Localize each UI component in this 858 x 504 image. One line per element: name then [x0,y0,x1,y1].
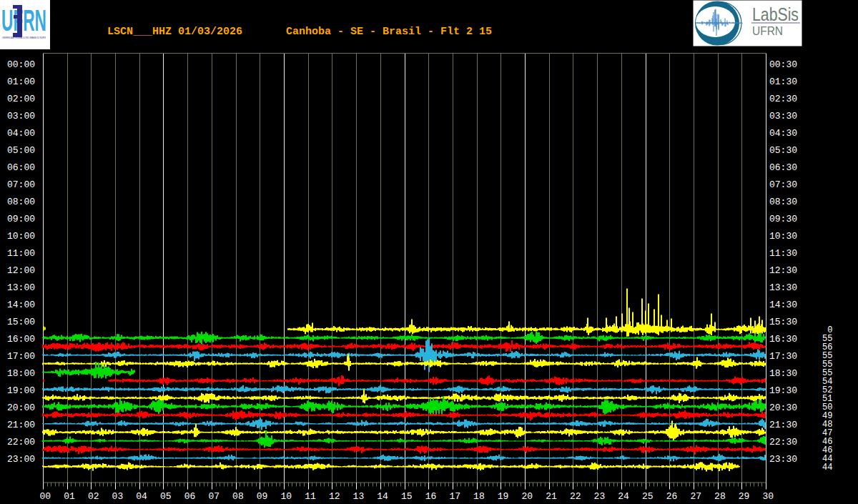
svg-text:08: 08 [232,491,244,502]
svg-text:29: 29 [739,491,750,502]
svg-text:17:30: 17:30 [769,351,797,362]
svg-text:05:00: 05:00 [7,145,35,156]
svg-text:04:30: 04:30 [769,128,797,139]
svg-text:LabSis: LabSis [752,4,799,24]
svg-text:15: 15 [401,491,413,502]
svg-text:04: 04 [136,491,147,502]
svg-text:07:30: 07:30 [769,179,797,190]
svg-text:25: 25 [642,491,654,502]
svg-text:08:30: 08:30 [769,197,797,207]
svg-text:01: 01 [64,491,75,502]
svg-text:12:00: 12:00 [7,265,35,276]
svg-text:20:00: 20:00 [7,402,35,413]
svg-text:08:00: 08:00 [7,197,35,207]
svg-text:22: 22 [570,491,581,502]
svg-text:17:00: 17:00 [7,351,35,362]
svg-text:05: 05 [160,491,172,502]
svg-text:06: 06 [184,491,196,502]
svg-text:01:00: 01:00 [7,76,35,87]
svg-text:05:30: 05:30 [769,145,797,156]
svg-text:03:30: 03:30 [769,111,797,122]
svg-text:26: 26 [666,491,678,502]
svg-text:04:00: 04:00 [7,128,35,139]
svg-text:15:30: 15:30 [769,317,797,327]
svg-text:10:00: 10:00 [7,231,35,242]
svg-text:20:30: 20:30 [769,402,797,413]
svg-text:06:30: 06:30 [769,162,797,173]
svg-text:09: 09 [257,491,268,502]
svg-text:27: 27 [690,491,701,502]
svg-text:17: 17 [449,491,460,502]
svg-text:44: 44 [822,463,832,473]
svg-text:11:30: 11:30 [769,248,797,259]
svg-text:21:30: 21:30 [769,420,797,430]
svg-text:UFRN: UFRN [1,4,46,37]
svg-text:19: 19 [498,491,509,502]
svg-text:14: 14 [377,491,388,502]
svg-text:19:00: 19:00 [7,385,35,396]
svg-text:00:00: 00:00 [7,59,35,70]
svg-text:23:30: 23:30 [769,454,797,465]
svg-text:10: 10 [280,491,292,502]
svg-text:03:00: 03:00 [7,111,35,122]
svg-text:28: 28 [714,491,726,502]
svg-text:23:00: 23:00 [7,454,35,465]
svg-text:22:00: 22:00 [7,437,35,448]
svg-text:13: 13 [353,491,365,502]
svg-text:16:30: 16:30 [769,334,797,345]
svg-text:09:00: 09:00 [7,214,35,224]
svg-text:02:30: 02:30 [769,94,797,104]
svg-text:07:00: 07:00 [7,179,35,190]
svg-text:22:30: 22:30 [769,437,797,448]
svg-text:18: 18 [473,491,485,502]
svg-text:01:30: 01:30 [769,76,797,87]
svg-text:03: 03 [112,491,124,502]
svg-text:12: 12 [329,491,340,502]
svg-text:16: 16 [425,491,437,502]
svg-text:LSCN___HHZ 01/03/2026: LSCN___HHZ 01/03/2026 [107,26,242,38]
svg-text:23: 23 [594,491,606,502]
svg-text:14:00: 14:00 [7,300,35,310]
svg-text:11:00: 11:00 [7,248,35,259]
svg-text:UFRN: UFRN [752,24,783,38]
svg-text:02: 02 [88,491,99,502]
svg-text:24: 24 [618,491,629,502]
svg-text:00: 00 [39,491,51,502]
svg-text:15:00: 15:00 [7,317,35,327]
svg-text:20: 20 [521,491,533,502]
svg-text:18:00: 18:00 [7,368,35,379]
svg-text:18:30: 18:30 [769,368,797,379]
svg-text:11: 11 [305,491,316,502]
svg-text:09:30: 09:30 [769,214,797,224]
svg-text:19:30: 19:30 [769,385,797,396]
svg-text:21: 21 [546,491,557,502]
svg-text:16:00: 16:00 [7,334,35,345]
svg-text:13:00: 13:00 [7,282,35,293]
svg-text:02:00: 02:00 [7,94,35,104]
svg-text:14:30: 14:30 [769,300,797,310]
svg-text:Canhoba - SE - Brasil - Flt 2: Canhoba - SE - Brasil - Flt 2 15 [286,26,492,38]
svg-text:13:30: 13:30 [769,282,797,293]
svg-text:10:30: 10:30 [769,231,797,242]
svg-text:07: 07 [208,491,220,502]
svg-text:30: 30 [762,491,774,502]
svg-text:21:00: 21:00 [7,420,35,430]
svg-text:06:00: 06:00 [7,162,35,173]
svg-text:00:30: 00:30 [769,59,797,70]
svg-text:UNIVERSIDADE FEDERAL DO RIO GR: UNIVERSIDADE FEDERAL DO RIO GRANDE DO NO… [2,36,46,39]
svg-text:12:30: 12:30 [769,265,797,276]
